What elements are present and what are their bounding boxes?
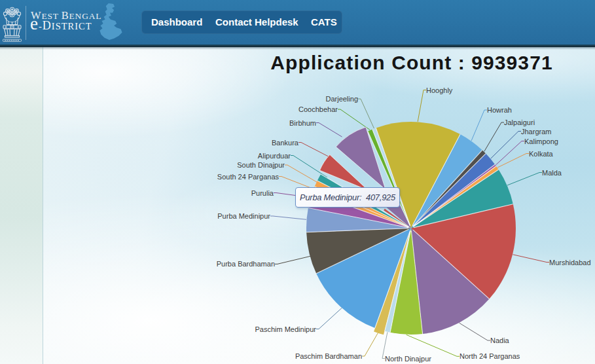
svg-text:Nadia: Nadia — [490, 337, 510, 344]
svg-text:Purba Bardhaman: Purba Bardhaman — [217, 260, 275, 268]
svg-text:Howrah: Howrah — [487, 106, 512, 114]
svg-text:North 24 Parganas: North 24 Parganas — [460, 352, 520, 360]
svg-text:North Dinajpur: North Dinajpur — [385, 355, 431, 363]
svg-text:Coochbehar: Coochbehar — [298, 105, 338, 113]
svg-text:Paschim Bardhaman: Paschim Bardhaman — [295, 352, 362, 360]
svg-text:South Dinajpur: South Dinajpur — [237, 161, 285, 169]
svg-text:Jhargram: Jhargram — [521, 128, 551, 136]
svg-text:Paschim Medinipur: Paschim Medinipur — [255, 325, 316, 333]
svg-text:Alipurduar: Alipurduar — [258, 152, 291, 160]
svg-text:Purba Medinipur: Purba Medinipur — [217, 212, 270, 220]
svg-text:Jalpaiguri: Jalpaiguri — [504, 118, 535, 126]
svg-text:South 24 Parganas: South 24 Parganas — [217, 173, 279, 181]
svg-text:Darjeeling: Darjeeling — [325, 95, 358, 103]
svg-text:Malda: Malda — [542, 169, 562, 177]
svg-text:Purulia: Purulia — [251, 189, 274, 197]
svg-text:Hooghly: Hooghly — [426, 86, 453, 94]
svg-text:Kolkata: Kolkata — [529, 150, 554, 158]
svg-text:Kalimpong: Kalimpong — [524, 137, 558, 145]
svg-text:Birbhum: Birbhum — [289, 119, 316, 127]
svg-text:Murshidabad: Murshidabad — [549, 259, 591, 266]
svg-text:Bankura: Bankura — [272, 139, 299, 147]
